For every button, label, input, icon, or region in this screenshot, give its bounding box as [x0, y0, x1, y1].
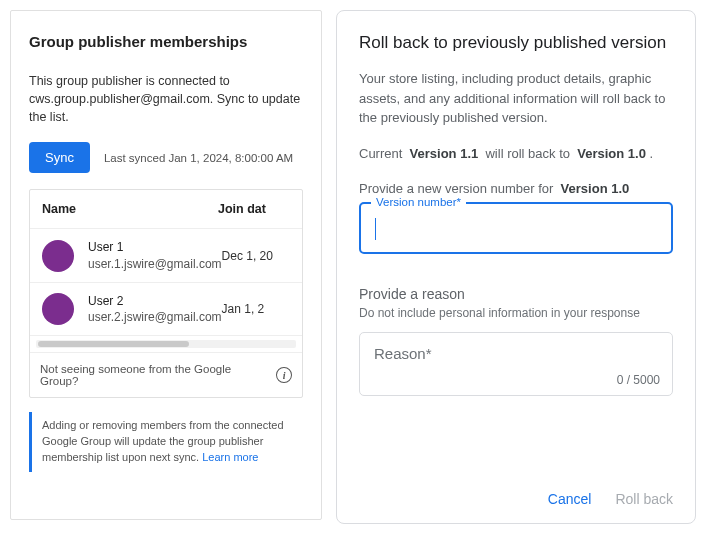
- user-name: User 1: [88, 239, 222, 255]
- user-info: User 1 user.1.jswire@gmail.com: [88, 239, 222, 271]
- rollback-summary: Current Version 1.1 will roll back to Ve…: [359, 146, 673, 161]
- sync-button[interactable]: Sync: [29, 142, 90, 173]
- not-seeing-text: Not seeing someone from the Google Group…: [40, 363, 270, 387]
- reason-subtext: Do not include personal information in y…: [359, 306, 673, 320]
- user-name: User 2: [88, 293, 222, 309]
- join-date: Jan 1, 2: [222, 302, 265, 316]
- panel-title: Group publisher memberships: [29, 33, 303, 50]
- current-label: Current: [359, 146, 402, 161]
- join-date: Dec 1, 20: [222, 249, 273, 263]
- avatar: [42, 293, 74, 325]
- user-email: user.2.jswire@gmail.com: [88, 309, 222, 325]
- footer-note: Adding or removing members from the conn…: [29, 412, 303, 472]
- last-synced-text: Last synced Jan 1, 2024, 8:00:00 AM: [104, 152, 293, 164]
- user-email: user.1.jswire@gmail.com: [88, 256, 222, 272]
- text-caret: [375, 218, 376, 240]
- target-version: Version 1.0: [577, 146, 646, 161]
- user-info: User 2 user.2.jswire@gmail.com: [88, 293, 222, 325]
- group-publisher-panel: Group publisher memberships This group p…: [10, 10, 322, 520]
- reason-counter: 0 / 5000: [617, 373, 660, 387]
- members-table: Name Join dat User 1 user.1.jswire@gmail…: [29, 189, 303, 398]
- table-header: Name Join dat: [30, 190, 302, 228]
- current-version: Version 1.1: [410, 146, 479, 161]
- cancel-button[interactable]: Cancel: [548, 491, 592, 507]
- provide-version-version: Version 1.0: [561, 181, 630, 196]
- sync-row: Sync Last synced Jan 1, 2024, 8:00:00 AM: [29, 142, 303, 173]
- reason-field[interactable]: Reason* 0 / 5000: [359, 332, 673, 396]
- info-icon[interactable]: i: [276, 367, 292, 383]
- rollback-dialog: Roll back to previously published versio…: [336, 10, 696, 524]
- provide-version-label: Provide a new version number for Version…: [359, 181, 673, 196]
- version-number-field[interactable]: Version number*: [359, 202, 673, 254]
- column-join-date: Join dat: [218, 202, 292, 216]
- learn-more-link[interactable]: Learn more: [202, 451, 258, 463]
- avatar: [42, 240, 74, 272]
- table-row: User 1 user.1.jswire@gmail.com Dec 1, 20: [30, 228, 302, 281]
- horizontal-scrollbar[interactable]: [30, 335, 302, 352]
- reason-heading: Provide a reason: [359, 286, 673, 302]
- rollback-button[interactable]: Roll back: [615, 491, 673, 507]
- column-name: Name: [42, 202, 218, 216]
- reason-placeholder: Reason*: [374, 345, 432, 362]
- dialog-description: Your store listing, including product de…: [359, 69, 673, 128]
- not-seeing-row: Not seeing someone from the Google Group…: [30, 352, 302, 397]
- dialog-actions: Cancel Roll back: [548, 491, 673, 507]
- version-number-label: Version number*: [371, 196, 466, 208]
- version-number-input[interactable]: [361, 204, 671, 252]
- table-row: User 2 user.2.jswire@gmail.com Jan 1, 2: [30, 282, 302, 335]
- will-roll-back-text: will roll back to: [485, 146, 570, 161]
- panel-description: This group publisher is connected to cws…: [29, 72, 303, 126]
- dialog-title: Roll back to previously published versio…: [359, 33, 673, 53]
